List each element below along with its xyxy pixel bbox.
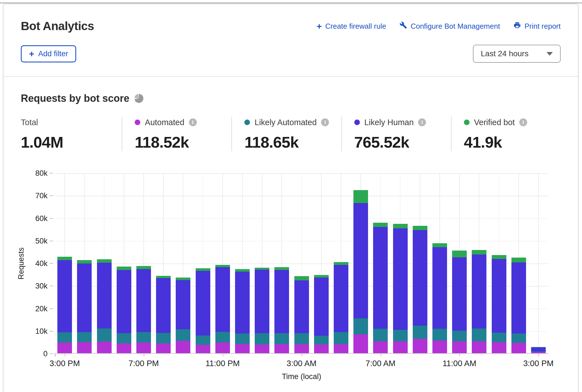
bar-segment-automated (531, 352, 546, 353)
info-icon[interactable]: i (519, 118, 527, 126)
bar-19-1000am[interactable] (430, 173, 450, 353)
stat-likely-automated-label: Likely Automated (254, 118, 317, 127)
y-tick-label: 70k (25, 191, 48, 200)
info-icon[interactable]: i (418, 118, 426, 126)
stat-total-value: 1.04M (21, 133, 122, 151)
bar-16-700am[interactable] (371, 173, 390, 353)
bar-segment-automated (492, 342, 506, 353)
bar-6-900pm[interactable] (173, 173, 193, 353)
bar-segment-automated (373, 341, 388, 353)
bar-8-1100pm[interactable] (213, 173, 233, 353)
bar-segment-likely-automated (274, 333, 289, 344)
bar-segment-verified-bot (136, 266, 151, 269)
bar-segment-likely-human (294, 280, 309, 334)
y-tick-label: 40k (25, 259, 48, 268)
configure-bot-management-label: Configure Bot Management (410, 22, 500, 31)
bar-segment-likely-human (196, 271, 210, 335)
bar-segment-automated (353, 334, 368, 353)
bar-11-200am[interactable] (272, 173, 292, 353)
bar-segment-likely-automated (215, 332, 230, 343)
bar-segment-automated (432, 341, 447, 353)
bar-segment-automated (176, 341, 190, 353)
header-divider (3, 76, 578, 77)
bar-23-200pm[interactable] (509, 173, 529, 353)
bar-segment-likely-human (255, 270, 269, 333)
bar-segment-automated (274, 344, 289, 353)
stat-verified-bot: Verified bot i 41.9k (451, 117, 561, 151)
bar-segment-likely-human (472, 254, 486, 328)
bar-segment-likely-human (136, 269, 151, 332)
bar-7-1000pm[interactable] (193, 173, 213, 353)
bar-1-400pm[interactable] (75, 173, 94, 353)
wrench-icon (400, 21, 407, 31)
top-separator-line (0, 3, 582, 3)
bar-segment-likely-human (156, 278, 171, 333)
create-firewall-rule-label: Create firewall rule (325, 22, 386, 31)
bar-segment-verified-bot (393, 224, 408, 228)
bar-segment-likely-human (452, 257, 467, 331)
bar-segment-verified-bot (432, 243, 447, 247)
bar-segment-verified-bot (235, 269, 250, 272)
bar-2-500pm[interactable] (94, 173, 114, 353)
print-report-link[interactable]: Print report (513, 21, 561, 31)
stat-total: Total 1.04M (21, 117, 122, 151)
bar-segment-automated (57, 343, 72, 353)
bar-segment-verified-bot (492, 255, 506, 259)
y-tick-label: 10k (25, 327, 48, 336)
bar-segment-likely-automated (452, 331, 467, 341)
bar-12-300am[interactable] (292, 173, 311, 353)
bar-segment-verified-bot (294, 276, 309, 280)
verified-bot-color-dot (464, 120, 470, 125)
y-tick-label: 60k (25, 214, 48, 223)
bar-segment-likely-automated (136, 332, 151, 343)
y-tick-label: 0 (25, 349, 48, 358)
bar-18-900am[interactable] (410, 173, 430, 353)
bar-segment-verified-bot (274, 267, 289, 270)
time-range-select[interactable]: Last 24 hours (473, 45, 561, 63)
bar-segment-verified-bot (452, 251, 467, 257)
bar-segment-likely-human (492, 259, 506, 333)
bar-5-800pm[interactable] (154, 173, 173, 353)
bar-15-600am[interactable] (351, 173, 371, 353)
bar-10-100am[interactable] (252, 173, 272, 353)
bar-segment-verified-bot (97, 259, 112, 263)
chevron-down-icon (547, 52, 553, 56)
bar-9-1200am[interactable] (233, 173, 252, 353)
bar-22-100pm[interactable] (489, 173, 509, 353)
bar-segment-automated (77, 342, 92, 353)
bar-segment-likely-human (353, 203, 368, 318)
configure-bot-management-link[interactable]: Configure Bot Management (400, 21, 500, 31)
bar-segment-likely-human (393, 228, 408, 330)
add-filter-label: Add filter (38, 49, 68, 58)
header-actions: + Create firewall rule Configure Bot Man… (317, 21, 561, 31)
info-icon[interactable]: i (321, 118, 329, 126)
info-icon[interactable]: i (189, 118, 197, 126)
bar-segment-likely-automated (255, 333, 269, 344)
plus-icon: + (317, 22, 322, 30)
bar-segment-automated (117, 343, 131, 353)
bar-segment-likely-human (235, 272, 250, 334)
bar-17-800am[interactable] (390, 173, 410, 353)
bar-segment-automated (136, 343, 151, 353)
bar-20-1100am[interactable] (450, 173, 469, 353)
bar-13-400am[interactable] (312, 173, 331, 353)
bar-segment-likely-automated (176, 329, 190, 341)
automated-color-dot (135, 120, 140, 125)
create-firewall-rule-link[interactable]: + Create firewall rule (317, 22, 386, 31)
bar-0-300pm[interactable] (55, 173, 75, 353)
bar-segment-likely-automated (294, 333, 309, 344)
bar-4-700pm[interactable] (134, 173, 154, 353)
bar-segment-automated (97, 342, 112, 353)
bar-segment-likely-automated (235, 334, 250, 344)
y-tick-label: 80k (25, 169, 48, 178)
bar-segment-verified-bot (511, 258, 526, 262)
bar-segment-automated (196, 345, 210, 353)
bar-24-300pm[interactable] (529, 173, 548, 353)
bar-21-1200pm[interactable] (469, 173, 489, 353)
bar-14-500am[interactable] (331, 173, 351, 353)
y-axis: Requests 80k70k60k50k40k30k20k10k0 (21, 173, 55, 354)
add-filter-button[interactable]: + Add filter (21, 45, 76, 62)
x-tick-label: 7:00 PM (128, 359, 159, 368)
stat-verified-bot-value: 41.9k (464, 133, 561, 151)
bar-3-600pm[interactable] (114, 173, 134, 353)
